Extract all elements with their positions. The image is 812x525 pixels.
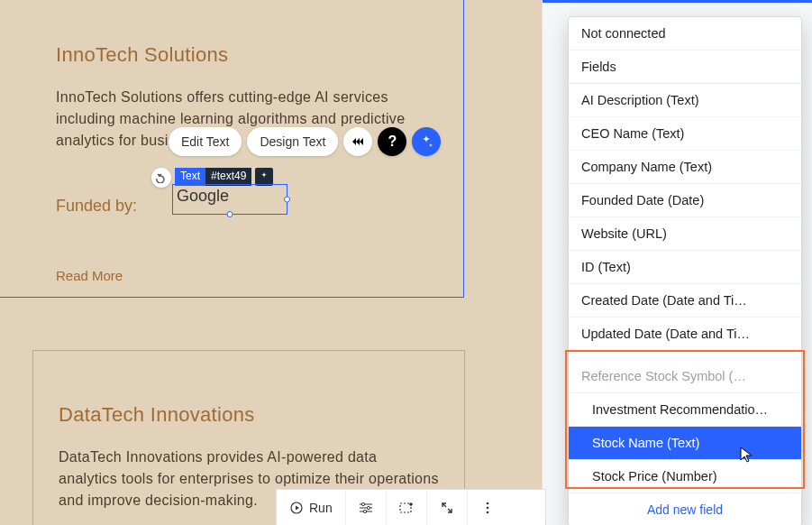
field-dropdown[interactable]: Not connected Fields AI Description (Tex… xyxy=(568,16,802,525)
animations-button[interactable] xyxy=(343,127,372,156)
run-label: Run xyxy=(309,501,333,515)
dropdown-item[interactable]: AI Description (Text) xyxy=(569,84,801,117)
dropdown-item[interactable]: CEO Name (Text) xyxy=(569,117,801,151)
bottom-toolbar: Run xyxy=(276,489,546,525)
dropdown-section-fields: Fields xyxy=(569,51,801,84)
dropdown-item[interactable]: Company Name (Text) xyxy=(569,151,801,184)
svg-point-6 xyxy=(486,506,488,509)
funded-by-label: Funded by: xyxy=(56,197,137,216)
svg-point-1 xyxy=(361,502,364,505)
settings-button[interactable] xyxy=(346,490,387,525)
dropdown-item[interactable]: Website (URL) xyxy=(569,217,801,251)
edit-text-button[interactable]: Edit Text xyxy=(169,127,242,156)
play-icon xyxy=(289,501,304,515)
design-text-button[interactable]: Design Text xyxy=(247,127,338,156)
question-icon: ? xyxy=(388,134,397,150)
add-rect-icon xyxy=(399,501,414,515)
sparkle-icon xyxy=(419,134,433,149)
selection-type-label: Text xyxy=(175,168,205,186)
svg-point-2 xyxy=(367,506,370,509)
dropdown-not-connected[interactable]: Not connected xyxy=(569,17,801,51)
dropdown-item[interactable]: Updated Date (Date and Ti… xyxy=(569,318,801,351)
dropdown-item[interactable]: Investment Recommendatio… xyxy=(569,393,801,427)
card-title: InnoTech Solutions xyxy=(56,43,418,67)
bound-text-value: Google xyxy=(177,187,229,205)
dropdown-item[interactable]: Created Date (Date and Ti… xyxy=(569,284,801,318)
dropdown-ref-section: Reference Stock Symbol (… xyxy=(569,360,801,393)
expand-button[interactable] xyxy=(427,490,468,525)
dropdown-item[interactable]: Founded Date (Date) xyxy=(569,184,801,217)
svg-point-3 xyxy=(363,510,366,512)
dropdown-item-selected[interactable]: Stock Name (Text) xyxy=(569,427,801,460)
help-button[interactable]: ? xyxy=(378,127,406,156)
svg-point-5 xyxy=(486,502,488,504)
more-button[interactable] xyxy=(468,490,507,525)
inspector-panel: Not connected Fields AI Description (Tex… xyxy=(542,0,812,525)
selected-text-element[interactable]: Google xyxy=(172,184,287,215)
resize-handle-bottom[interactable] xyxy=(227,211,233,217)
selection-tag[interactable]: Text #text49 xyxy=(175,168,273,186)
undo-handle[interactable] xyxy=(151,168,171,188)
more-vertical-icon xyxy=(480,501,495,515)
undo-icon xyxy=(156,172,167,183)
design-canvas[interactable]: InnoTech Solutions InnoTech Solutions of… xyxy=(0,0,541,525)
card-title: DataTech Innovations xyxy=(59,403,439,427)
expand-icon xyxy=(440,501,454,515)
dropdown-item[interactable]: ID (Text) xyxy=(569,251,801,284)
sliders-icon xyxy=(359,501,373,515)
add-component-button[interactable] xyxy=(387,490,427,525)
resize-handle-right[interactable] xyxy=(284,197,290,203)
read-more-link[interactable]: Read More xyxy=(56,268,418,283)
selection-ai-icon[interactable] xyxy=(255,168,273,186)
element-toolbar: Edit Text Design Text ? xyxy=(169,126,441,157)
dropdown-item[interactable]: Stock Price (Number) xyxy=(569,460,801,493)
svg-point-7 xyxy=(486,511,488,513)
run-button[interactable]: Run xyxy=(277,490,346,525)
ai-connect-button[interactable] xyxy=(412,127,441,156)
dropdown-add-field[interactable]: Add new field xyxy=(569,493,801,525)
selection-id-label: #text49 xyxy=(205,168,251,186)
